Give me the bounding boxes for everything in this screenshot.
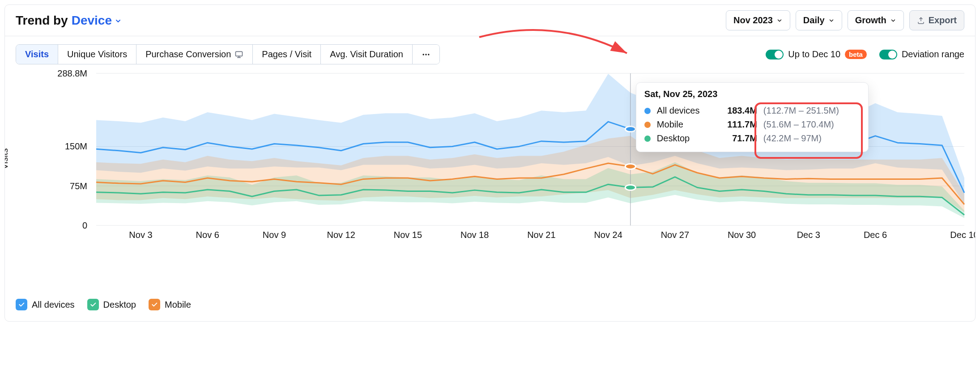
dimension-label: Device: [72, 13, 112, 28]
svg-point-2: [425, 54, 426, 55]
toggle-deviation: Deviation range: [879, 49, 964, 59]
tab-purchase-conversion[interactable]: Purchase Conversion: [136, 45, 253, 64]
tab-visits[interactable]: Visits: [16, 45, 58, 64]
legend-desktop[interactable]: Desktop: [87, 299, 136, 310]
tabs-row: Visits Unique Visitors Purchase Conversi…: [16, 44, 964, 64]
trend-card: Trend by Device Nov 2023 Daily: [4, 4, 976, 322]
desktop-icon: [234, 50, 243, 59]
dimension-dropdown[interactable]: Device: [72, 13, 121, 28]
tab-unique-visitors[interactable]: Unique Visitors: [58, 45, 136, 64]
svg-point-3: [428, 54, 429, 55]
more-icon: [422, 50, 430, 59]
card-title: Trend by Device: [16, 13, 121, 28]
tab-more-button[interactable]: [413, 45, 439, 64]
y-axis-ticks: 075M150M288.8M: [38, 73, 87, 225]
card-header: Trend by Device Nov 2023 Daily: [5, 5, 975, 36]
toggle-upto-label: Up to Dec 10: [788, 49, 840, 59]
svg-point-11: [625, 185, 635, 190]
y-axis-label: Visits: [4, 148, 10, 170]
title-prefix: Trend by: [16, 13, 68, 28]
check-icon: [87, 299, 99, 310]
legend-label: All devices: [32, 300, 75, 310]
export-icon: [917, 17, 925, 25]
chevron-down-icon: [890, 17, 896, 24]
chevron-down-icon: [828, 17, 835, 24]
legend-all-devices[interactable]: All devices: [16, 299, 75, 310]
legend-label: Desktop: [103, 300, 136, 310]
svg-point-1: [422, 54, 424, 55]
tooltip-row-all: All devices 183.4M (112.7M – 251.5M): [644, 104, 860, 118]
chart: Visits 075M150M288.8M Sat, Nov 25, 2023 …: [16, 73, 964, 266]
check-icon: [149, 299, 160, 310]
beta-badge: beta: [845, 50, 867, 59]
plot-area[interactable]: Sat, Nov 25, 2023 All devices 183.4M (11…: [96, 73, 964, 225]
tooltip-row-mobile: Mobile 111.7M (51.6M – 170.4M): [644, 118, 860, 131]
x-axis-ticks: Nov 3Nov 6Nov 9Nov 12Nov 15Nov 18Nov 21N…: [96, 230, 964, 243]
granularity-dropdown[interactable]: Daily: [796, 10, 842, 30]
toggle-deviation-label: Deviation range: [902, 49, 964, 59]
legend-mobile[interactable]: Mobile: [149, 299, 191, 310]
metric-tabs: Visits Unique Visitors Purchase Conversi…: [16, 44, 440, 64]
period-dropdown[interactable]: Nov 2023: [726, 10, 790, 30]
toggle-upto: Up to Dec 10 beta: [766, 49, 867, 59]
chevron-down-icon: [776, 17, 783, 24]
tooltip-date: Sat, Nov 25, 2023: [644, 89, 860, 99]
legend-label: Mobile: [165, 300, 191, 310]
period-label: Nov 2023: [733, 15, 773, 25]
tooltip-row-desktop: Desktop 71.7M (42.2M – 97M): [644, 131, 860, 145]
toggle-upto-switch[interactable]: [766, 50, 784, 59]
svg-point-10: [625, 164, 635, 169]
view-label: Growth: [855, 15, 886, 25]
dot-mobile-icon: [644, 122, 651, 128]
toggle-deviation-switch[interactable]: [879, 50, 897, 59]
check-icon: [16, 299, 27, 310]
dot-all-icon: [644, 108, 651, 114]
granularity-label: Daily: [803, 15, 825, 25]
toggles: Up to Dec 10 beta Deviation range: [766, 49, 964, 59]
header-controls: Nov 2023 Daily Growth: [726, 10, 964, 30]
tab-pages-per-visit[interactable]: Pages / Visit: [253, 45, 321, 64]
export-button[interactable]: Export: [909, 10, 964, 30]
tab-avg-visit-duration[interactable]: Avg. Visit Duration: [321, 45, 413, 64]
dot-desktop-icon: [644, 136, 651, 142]
view-dropdown[interactable]: Growth: [848, 10, 904, 30]
tooltip: Sat, Nov 25, 2023 All devices 183.4M (11…: [636, 82, 869, 152]
svg-point-9: [625, 127, 635, 132]
legend: All devices Desktop Mobile: [16, 299, 964, 310]
chevron-down-icon: [115, 17, 121, 24]
svg-rect-0: [236, 51, 243, 56]
export-label: Export: [929, 15, 957, 25]
card-body: Visits Unique Visitors Purchase Conversi…: [5, 36, 975, 321]
